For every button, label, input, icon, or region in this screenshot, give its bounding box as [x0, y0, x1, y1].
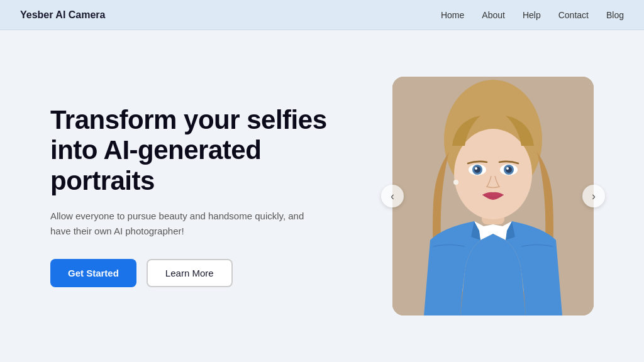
- hero-subtext: Allow everyone to pursue beauty and hand…: [50, 209, 314, 239]
- hero-headline: Transform your selfies into AI-generated…: [50, 105, 355, 196]
- main-content: Transform your selfies into AI-generated…: [0, 30, 644, 362]
- chevron-right-icon: ›: [592, 190, 596, 203]
- get-started-button[interactable]: Get Started: [50, 259, 136, 287]
- nav-contact[interactable]: Contact: [558, 10, 589, 20]
- nav-about[interactable]: About: [482, 10, 505, 20]
- hero-left: Transform your selfies into AI-generated…: [50, 105, 355, 287]
- carousel-wrapper: ‹: [392, 77, 594, 315]
- header: Yesber AI Camera Home About Help Contact…: [0, 0, 644, 30]
- nav-help[interactable]: Help: [523, 10, 541, 20]
- carousel-next-button[interactable]: ›: [582, 185, 605, 207]
- carousel-image: [392, 77, 594, 315]
- svg-point-11: [506, 167, 509, 170]
- nav-home[interactable]: Home: [441, 10, 464, 20]
- logo: Yesber AI Camera: [20, 9, 105, 21]
- nav: Home About Help Contact Blog: [441, 9, 624, 21]
- svg-point-6: [474, 167, 480, 173]
- nav-blog[interactable]: Blog: [606, 10, 624, 20]
- svg-point-3: [454, 129, 532, 219]
- svg-point-12: [453, 180, 458, 185]
- hero-carousel: ‹: [392, 77, 594, 315]
- learn-more-button[interactable]: Learn More: [147, 259, 233, 287]
- carousel-prev-button[interactable]: ‹: [381, 185, 404, 207]
- chevron-left-icon: ‹: [391, 190, 394, 203]
- hero-buttons: Get Started Learn More: [50, 259, 355, 287]
- svg-point-10: [506, 167, 512, 173]
- svg-point-7: [475, 167, 477, 170]
